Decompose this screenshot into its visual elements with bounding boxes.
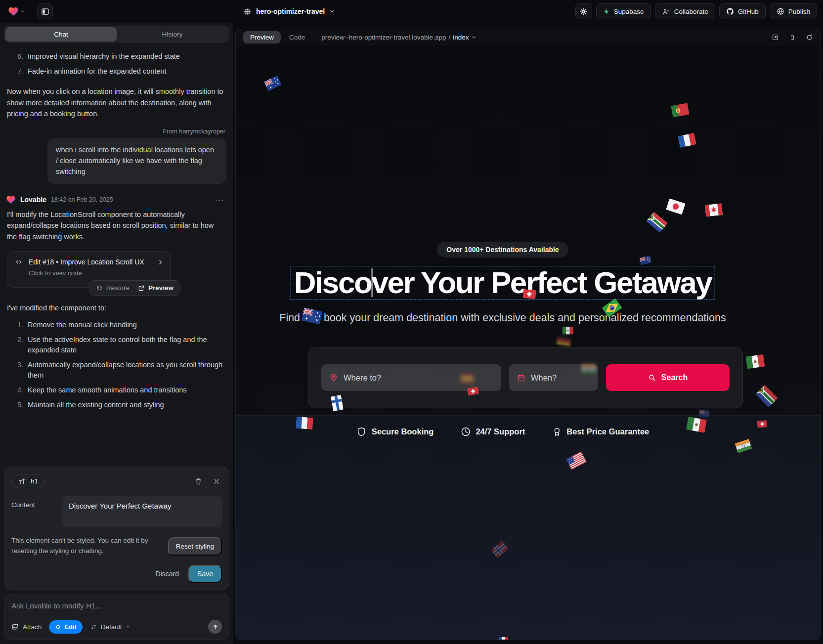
where-to-input[interactable]: Where to?: [321, 364, 501, 391]
search-button[interactable]: Search: [606, 364, 730, 391]
reset-styling-button[interactable]: Reset styling: [168, 537, 222, 556]
list-item: 7.Fade-in animation for the expanded con…: [6, 64, 226, 79]
discard-button[interactable]: Discard: [156, 570, 179, 578]
attach-label: Attach: [23, 623, 42, 631]
feature-label: Secure Booking: [372, 427, 434, 436]
mobile-view-icon[interactable]: [789, 34, 795, 42]
sidebar-tabs: Chat History: [4, 26, 229, 43]
tab-preview[interactable]: Preview: [243, 31, 281, 43]
calendar-icon: [517, 374, 525, 382]
tab-code[interactable]: Code: [289, 34, 305, 41]
hero-title-selection[interactable]: Discover Your Perfect Getaway: [291, 266, 715, 300]
flag-mexico-icon: [745, 354, 765, 369]
url-separator: /: [448, 34, 450, 41]
clock-icon: [460, 427, 471, 437]
publish-button[interactable]: Publish: [770, 3, 817, 19]
url-path: index: [453, 34, 469, 41]
flag-mexico-icon: [563, 327, 573, 334]
restore-button[interactable]: Restore: [96, 284, 130, 292]
flag-germany-icon: [557, 335, 572, 346]
search-label: Search: [661, 373, 688, 382]
preview-panel: Preview Code preview--hero-optimizer-tra…: [235, 29, 821, 640]
when-placeholder: When?: [531, 373, 557, 383]
chevron-down-icon: [126, 624, 130, 629]
search-bar: Where to? When? Search: [308, 347, 743, 408]
edit-card[interactable]: Edit #18 • Improve Location Scroll UX Cl…: [7, 251, 171, 288]
chat-list-bottom: 1.Remove the manual click handling2.Use …: [6, 318, 226, 413]
feature-label: Best Price Guarantee: [566, 427, 649, 436]
preview-url[interactable]: preview--hero-optimizer-travel.lovable.a…: [321, 34, 476, 41]
where-to-placeholder: Where to?: [344, 373, 381, 383]
feature-item: 24/7 Support: [460, 427, 525, 437]
supabase-button[interactable]: Supabase: [596, 3, 651, 19]
supabase-icon: [603, 8, 610, 15]
github-button[interactable]: GitHub: [719, 3, 766, 19]
flag-canada-icon: [705, 203, 723, 216]
people-icon: [662, 8, 670, 15]
lovable-logo-menu[interactable]: [6, 4, 27, 18]
save-button[interactable]: Save: [188, 565, 222, 583]
feature-item: Secure Booking: [356, 427, 434, 437]
feature-label: 24/7 Support: [476, 427, 525, 436]
collaborate-button[interactable]: Collaborate: [655, 3, 715, 19]
code-icon: [14, 258, 23, 265]
chevron-down-icon: [471, 35, 476, 40]
publish-globe-icon: [777, 7, 784, 15]
element-tag-chip[interactable]: h1: [11, 474, 45, 488]
sidebar-panel-icon: [41, 7, 49, 16]
lovable-logo-icon: [8, 6, 19, 16]
open-external-icon[interactable]: [772, 34, 779, 41]
chat-scroll-area[interactable]: 6.Improved visual hierarchy in the expan…: [0, 43, 233, 464]
project-name: hero-optimizer-travel: [256, 7, 325, 15]
close-icon[interactable]: [213, 478, 220, 485]
assistant-timestamp: 18:42 on Feb 20, 2025: [51, 196, 113, 203]
flag-portugal-icon: [671, 103, 690, 117]
attach-button[interactable]: Attach: [11, 623, 42, 631]
project-selector[interactable]: hero-optimizer-travel: [243, 7, 335, 16]
flag-new-zealand-icon: [639, 256, 651, 266]
trash-icon[interactable]: [195, 477, 202, 485]
collaborate-label: Collaborate: [674, 8, 708, 15]
tab-history[interactable]: History: [117, 27, 228, 42]
content-textarea[interactable]: Discover Your Perfect Getaway: [62, 496, 222, 527]
default-mode-button[interactable]: Default: [90, 623, 130, 631]
globe-icon: [243, 7, 252, 16]
chat-list-top: 6.Improved visual hierarchy in the expan…: [6, 49, 226, 79]
top-bar: hero-optimizer-travel Supabase Collabor: [0, 0, 823, 23]
chat-input-box[interactable]: Ask Lovable to modify H1... Attach Edit …: [4, 594, 229, 640]
target-icon: [55, 624, 61, 630]
restore-icon: [96, 285, 103, 292]
list-item: 4.Keep the same smooth animations and tr…: [6, 383, 226, 398]
toggle-sidebar-button[interactable]: [37, 3, 53, 19]
hero-title[interactable]: Discover Your Perfect Getaway: [294, 266, 712, 299]
message-menu-button[interactable]: ···: [214, 195, 226, 204]
when-input[interactable]: When?: [509, 364, 598, 391]
tab-chat[interactable]: Chat: [5, 27, 117, 42]
assistant-paragraph: I'll modify the LocationScroll component…: [7, 209, 225, 242]
list-item: 5.Maintain all the existing content and …: [6, 398, 226, 413]
element-tag-label: h1: [31, 477, 38, 485]
shield-icon: [356, 427, 367, 437]
list-item: 6.Improved visual hierarchy in the expan…: [6, 49, 226, 64]
list-item: 2.Use the activeIndex state to control b…: [6, 333, 226, 358]
list-item: 3.Automatically expand/collapse location…: [6, 358, 226, 383]
publish-label: Publish: [788, 8, 810, 15]
flag-south-africa-icon: [755, 385, 778, 407]
gear-icon: [579, 7, 588, 16]
preview-viewport[interactable]: Over 1000+ Destinations Available Discov…: [236, 45, 821, 640]
restore-preview-pill: Restore Preview: [89, 280, 180, 296]
url-host: preview--hero-optimizer-travel.lovable.a…: [321, 34, 446, 41]
restore-label: Restore: [106, 284, 130, 292]
refresh-icon[interactable]: [806, 34, 813, 41]
preview-button[interactable]: Preview: [138, 284, 173, 292]
preview-label: Preview: [148, 284, 173, 292]
send-button[interactable]: [208, 620, 222, 634]
award-icon: [552, 427, 562, 437]
settings-button[interactable]: [575, 3, 592, 19]
supabase-label: Supabase: [614, 8, 644, 15]
destinations-badge: Over 1000+ Destinations Available: [437, 242, 568, 258]
edit-mode-pill[interactable]: Edit: [49, 620, 83, 634]
text-caret: [372, 268, 373, 297]
lovable-heart-icon: [6, 195, 16, 204]
flag-australia-icon: [264, 75, 282, 91]
